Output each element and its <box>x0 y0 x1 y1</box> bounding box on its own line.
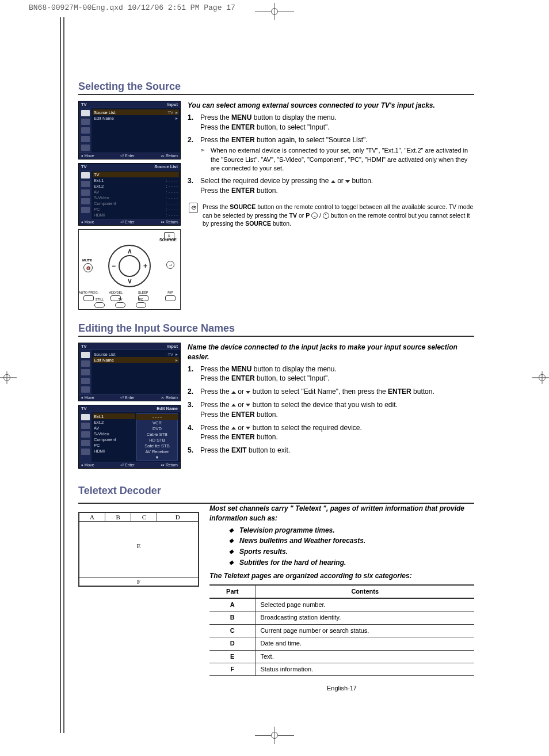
osd-input-menu: TV Input Source List: TV▸ Edit Name▸ <box>78 101 181 159</box>
remote-tip: 🖑 Press the SOURCE button on the remote … <box>189 203 474 228</box>
osd-row-value: : - - - - <box>163 201 178 206</box>
osd-row-value: : TV <box>162 110 173 115</box>
remote-btn-label: ADD/DEL <box>109 291 123 294</box>
osd-title-left: TV <box>81 164 87 169</box>
osd-footer-return: ⫘ Return <box>161 220 178 225</box>
table-row: CCurrent page number or search status. <box>209 624 474 637</box>
teletext-diagram: A B C D E F <box>78 512 199 587</box>
up-arrow-icon <box>231 391 236 394</box>
section-title: Editing the Input Source Names <box>78 322 474 337</box>
osd-row-label: Ext.1 <box>94 414 134 419</box>
step-1: Press the MENU button to display the men… <box>188 113 474 132</box>
osd-title-left: TV <box>81 344 87 349</box>
osd-edit-name: TV Edit Name Ext.1 Ext.2 AV S-Vid <box>78 405 181 469</box>
table-cell-contents: Date and time. <box>256 637 474 650</box>
table-row: BBroadcasting station identity. <box>209 611 474 624</box>
down-arrow-icon <box>345 180 350 183</box>
mute-button-icon: 🔇 <box>83 263 93 272</box>
remote-illustration: ⎘ SOURCE MUTE 🔇 ∧ ∨ − + ⏎ AUTO PROG. ADD… <box>78 229 181 310</box>
osd-row-value: VCR <box>137 420 177 426</box>
osd-footer-move: ♦ Move <box>81 396 94 400</box>
bullet-item: Subtitles for the hard of hearing. <box>229 558 474 568</box>
table-cell-part: C <box>209 624 256 637</box>
osd-row-label: AV <box>94 426 134 431</box>
osd-row-label: Ext.1 <box>94 178 163 183</box>
section-editing-input-names: Editing the Input Source Names TV Input … <box>78 322 474 472</box>
osd-row-label: Source List <box>94 110 162 115</box>
step-5: Press the EXIT button to exit. <box>188 446 474 455</box>
osd-source-list: TV Source List TV Ext.1: - - - - Ext.2: … <box>78 163 181 226</box>
step-2: Press the or button to select "Edit Name… <box>188 387 474 397</box>
osd-row-value: : TV <box>162 352 173 357</box>
osd-row-value: : - - - - <box>163 184 178 189</box>
osd-footer-move: ♦ Move <box>81 220 94 225</box>
osd-footer-return: ⫘ Return <box>161 463 178 468</box>
table-cell-contents: Current page number or search status. <box>256 624 474 637</box>
table-cell-contents: Text. <box>256 650 474 663</box>
osd-row-label: S-Video <box>94 431 134 436</box>
table-cell-part: D <box>209 637 256 650</box>
osd-row-label: S-Video <box>94 195 163 200</box>
print-header: BN68-00927M-00Eng.qxd 10/12/06 2:51 PM P… <box>29 3 235 12</box>
remote-btn-label: STILL <box>96 298 104 301</box>
section-teletext: Teletext Decoder A B C D E F Most set ch… <box>78 485 474 693</box>
osd-row-value: ▼ <box>137 455 177 460</box>
table-row: EText. <box>209 650 474 663</box>
table-cell-part: B <box>209 611 256 624</box>
p-down-icon: ⌄ <box>311 212 318 219</box>
osd-row-label: Component <box>94 201 163 206</box>
osd-title-right: Input <box>167 344 178 349</box>
osd-row-value: - - - - <box>137 415 177 420</box>
osd-input-menu: TV Input Source List: TV▸ Edit Name▸ <box>78 343 181 401</box>
osd-row-label: Ext.2 <box>94 420 134 425</box>
osd-row-value: DVD <box>137 426 177 431</box>
table-cell-part: F <box>209 663 256 675</box>
remote-btn-label: SLEEP <box>138 291 148 294</box>
osd-footer-enter: ⏎ Enter <box>120 220 135 225</box>
bullet-item: Sports results. <box>229 547 474 557</box>
osd-footer-return: ⫘ Return <box>161 396 178 400</box>
parts-table: Part Contents ASelected page number. BBr… <box>209 584 474 677</box>
remote-tip-icon: 🖑 <box>189 203 198 213</box>
table-cell-contents: Status information. <box>256 663 474 675</box>
remote-btn-label: TV <box>118 298 122 301</box>
crop-mark-left <box>3 374 10 381</box>
osd-row-value: HD STB <box>137 438 177 443</box>
ttx-part-f: F <box>79 577 198 586</box>
osd-row-value: : - - - - <box>163 178 178 183</box>
up-arrow-icon <box>231 404 236 407</box>
up-arrow-icon <box>231 427 236 430</box>
margin-rule <box>60 17 61 733</box>
osd-row-value: : - - - - <box>163 212 178 218</box>
osd-row-label: Edit Name <box>94 358 173 363</box>
table-cell-contents: Broadcasting station identity. <box>256 611 474 624</box>
osd-row-value: Satellite STB <box>137 443 177 449</box>
osd-row-label: HDMI <box>94 449 134 454</box>
categories-heading: The Teletext pages are organized accordi… <box>209 571 474 581</box>
section-title: Selecting the Source <box>78 81 474 95</box>
step-4: Press the or button to select the requir… <box>188 423 474 443</box>
osd-row-label: AV <box>94 189 163 195</box>
osd-row-label: Ext.2 <box>94 184 163 189</box>
ttx-part-c: C <box>131 513 157 521</box>
remote-btn-label: P.IP <box>167 291 173 294</box>
osd-row-value: : - - - - <box>163 195 178 200</box>
source-label: SOURCE <box>159 238 177 242</box>
bullet-item: Television programme times. <box>229 526 474 535</box>
ttx-part-d: D <box>157 513 198 521</box>
osd-title-left: TV <box>81 406 87 411</box>
table-cell-part: A <box>209 598 256 611</box>
ttx-part-e: E <box>79 542 198 549</box>
margin-rule <box>63 17 64 733</box>
section-title: Teletext Decoder <box>78 485 228 498</box>
osd-row-value: : - - - - <box>163 189 178 195</box>
osd-footer-move: ♦ Move <box>81 154 94 158</box>
bullet-item: News bulletins and Weather forecasts. <box>229 536 474 546</box>
osd-footer-move: ♦ Move <box>81 463 94 468</box>
osd-row-value <box>174 172 178 177</box>
crop-mark-bottom <box>0 732 549 739</box>
enter-button-icon: ⏎ <box>166 261 174 269</box>
osd-title-right: Edit Name <box>157 406 178 411</box>
osd-row-label: Source List <box>94 352 162 357</box>
osd-row-value: AV Receiver <box>137 449 177 454</box>
